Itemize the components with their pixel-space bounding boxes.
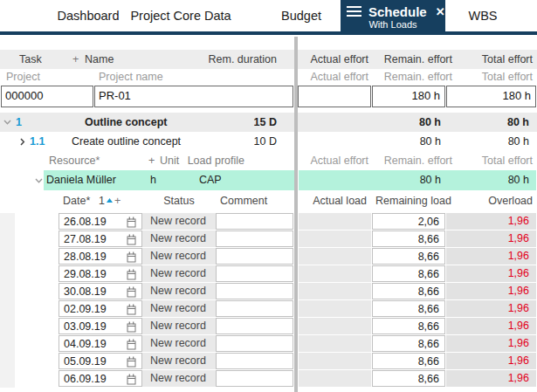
- actual-load-cell[interactable]: [299, 230, 371, 247]
- calendar-icon[interactable]: [127, 269, 136, 280]
- tab-dashboard[interactable]: Dashboard: [58, 0, 120, 31]
- col-remaining-load[interactable]: Remaining load: [375, 190, 451, 211]
- comment-cell[interactable]: [216, 230, 293, 247]
- status-cell[interactable]: New record: [142, 370, 216, 387]
- date-cell[interactable]: 05.09.19: [59, 353, 142, 369]
- project-remain-effort-field[interactable]: 180 h: [372, 86, 445, 107]
- comment-cell[interactable]: [216, 353, 293, 369]
- remaining-load-cell[interactable]: 8,66: [372, 353, 445, 369]
- date-cell[interactable]: 03.09.19: [59, 318, 142, 334]
- add-column-button[interactable]: +: [148, 151, 155, 170]
- date-value: 30.08.19: [64, 285, 107, 298]
- calendar-icon[interactable]: [127, 304, 136, 315]
- label-project-name: Project name: [99, 69, 163, 86]
- actual-load-cell[interactable]: [299, 213, 371, 230]
- project-total-effort-field[interactable]: 180 h: [446, 86, 536, 107]
- calendar-icon[interactable]: [127, 339, 136, 350]
- tab-project-core-data[interactable]: Project Core Data: [130, 0, 231, 31]
- remaining-load-cell[interactable]: 8,66: [372, 300, 445, 317]
- remaining-load-cell[interactable]: 8,66: [372, 370, 445, 387]
- comment-cell[interactable]: [216, 318, 293, 334]
- comment-cell[interactable]: [216, 335, 293, 352]
- remaining-load-cell[interactable]: 8,66: [372, 265, 445, 282]
- remaining-load-cell[interactable]: 8,66: [372, 248, 445, 265]
- col-name[interactable]: Name: [85, 50, 114, 69]
- remaining-load-cell[interactable]: 8,66: [372, 318, 445, 334]
- comment-cell[interactable]: [216, 283, 293, 299]
- comment-cell[interactable]: [216, 300, 293, 317]
- date-cell[interactable]: 26.08.19: [59, 213, 142, 230]
- actual-load-cell[interactable]: [299, 335, 371, 352]
- calendar-icon[interactable]: [127, 217, 136, 228]
- date-cell[interactable]: 28.08.19: [59, 248, 142, 265]
- comment-cell[interactable]: [216, 265, 293, 282]
- actual-load-cell[interactable]: [299, 283, 371, 299]
- remaining-load-cell[interactable]: 8,66: [372, 230, 445, 247]
- status-cell[interactable]: New record: [142, 318, 216, 334]
- remaining-load-cell[interactable]: 8,66: [372, 283, 445, 299]
- col-status[interactable]: Status: [142, 190, 216, 211]
- resource-row-selected[interactable]: Daniela Müller h CAP 80 h 80 h: [0, 170, 537, 190]
- actual-load-cell[interactable]: [299, 265, 371, 282]
- date-cell[interactable]: 02.09.19: [59, 300, 142, 317]
- col-overload[interactable]: Overload: [446, 190, 533, 211]
- date-cell[interactable]: 06.09.19: [59, 370, 142, 387]
- col-remain-effort[interactable]: Remain. effort: [372, 50, 452, 69]
- tab-budget[interactable]: Budget: [281, 0, 321, 31]
- col-date[interactable]: Date*: [63, 190, 90, 211]
- task-row-1[interactable]: 1 Outline concept 15 D 80 h 80 h: [0, 113, 537, 132]
- date-cell[interactable]: 27.08.19: [59, 230, 142, 247]
- status-cell[interactable]: New record: [142, 283, 216, 299]
- pane-divider[interactable]: [294, 37, 298, 392]
- col-actual-load[interactable]: Actual load: [299, 190, 367, 211]
- status-cell[interactable]: New record: [142, 265, 216, 282]
- date-cell[interactable]: 30.08.19: [59, 283, 142, 299]
- calendar-icon[interactable]: [127, 234, 136, 245]
- comment-cell[interactable]: [216, 370, 293, 387]
- actual-load-cell[interactable]: [299, 353, 371, 369]
- col-rem-duration[interactable]: Rem. duration: [175, 50, 277, 69]
- remaining-load-cell[interactable]: 2,06: [372, 213, 445, 230]
- date-cell[interactable]: 04.09.19: [59, 335, 142, 352]
- comment-cell[interactable]: [216, 213, 293, 230]
- actual-load-cell[interactable]: [299, 318, 371, 334]
- status-cell[interactable]: New record: [142, 300, 216, 317]
- actual-load-cell[interactable]: [299, 300, 371, 317]
- calendar-icon[interactable]: [127, 286, 136, 298]
- project-id-field[interactable]: 000000: [1, 86, 93, 107]
- col-resource[interactable]: Resource*: [49, 151, 100, 170]
- col-total-effort[interactable]: Total effort: [446, 50, 533, 69]
- sort-indicator[interactable]: 1: [99, 190, 114, 211]
- date-cell[interactable]: 29.08.19: [59, 265, 142, 282]
- status-cell[interactable]: New record: [142, 335, 216, 352]
- add-column-button[interactable]: +: [72, 50, 79, 69]
- col-load-profile[interactable]: Load profile: [175, 151, 244, 170]
- tab-wbs[interactable]: WBS: [468, 0, 497, 31]
- col-task[interactable]: Task: [19, 50, 42, 69]
- expand-chevron-icon[interactable]: [20, 138, 25, 146]
- calendar-icon[interactable]: [127, 356, 136, 368]
- task-row-1-1[interactable]: 1.1 Create outline concept 10 D 80 h 80 …: [0, 132, 537, 151]
- calendar-icon[interactable]: [127, 321, 136, 333]
- status-cell[interactable]: New record: [142, 353, 216, 369]
- calendar-icon[interactable]: [127, 251, 136, 263]
- add-row-button[interactable]: +: [114, 190, 120, 211]
- date-value: 02.09.19: [64, 303, 107, 315]
- actual-load-cell[interactable]: [299, 370, 371, 387]
- project-name-field[interactable]: PR-01: [94, 86, 293, 107]
- col-comment[interactable]: Comment: [220, 190, 267, 211]
- project-actual-effort-field[interactable]: [298, 86, 371, 107]
- comment-cell[interactable]: [216, 248, 293, 265]
- col-actual-effort[interactable]: Actual effort: [299, 50, 368, 69]
- collapse-chevron-icon[interactable]: [35, 178, 43, 183]
- calendar-icon[interactable]: [127, 374, 136, 385]
- status-cell[interactable]: New record: [142, 213, 216, 230]
- close-tab-icon[interactable]: ✕: [436, 5, 445, 18]
- status-cell[interactable]: New record: [142, 248, 216, 265]
- status-cell[interactable]: New record: [142, 230, 216, 247]
- collapse-chevron-icon[interactable]: [3, 120, 11, 125]
- remaining-load-cell[interactable]: 8,66: [372, 335, 445, 352]
- tab-schedule-active[interactable]: Schedule ✕ With Loads: [341, 0, 445, 35]
- hamburger-menu-icon[interactable]: [347, 3, 361, 19]
- actual-load-cell[interactable]: [299, 248, 371, 265]
